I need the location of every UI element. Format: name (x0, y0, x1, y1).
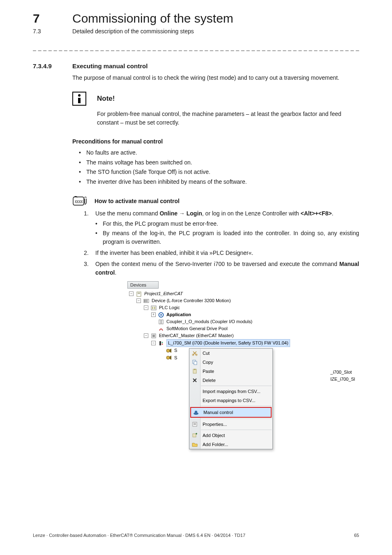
devices-screenshot: Devices − Project1_EtherCAT − Device (L-… (127, 281, 325, 361)
delete-icon (191, 377, 198, 384)
separator-rule: _ _ _ _ _ _ _ _ _ _ _ _ _ _ _ _ _ _ _ _ … (33, 44, 359, 51)
tree-child-a[interactable]: S (174, 347, 177, 354)
svg-rect-5 (144, 300, 145, 302)
softmotion-icon (158, 326, 164, 331)
tree-project[interactable]: Project1_EtherCAT (144, 290, 183, 297)
tree-toggle[interactable]: − (144, 305, 148, 310)
paste-icon (191, 368, 198, 375)
svg-point-19 (162, 343, 163, 345)
svg-rect-25 (194, 361, 197, 365)
tree-child-b[interactable]: S (174, 354, 177, 361)
copy-icon (191, 359, 198, 365)
list-item: The mains voltage has been switched on. (79, 158, 359, 168)
note-label: Note! (97, 95, 115, 103)
svg-text:XXXX: XXXX (75, 200, 83, 204)
menu-item-export-csv[interactable]: Export mappings to CSV... (189, 396, 272, 405)
tree-toggle[interactable]: − (136, 298, 141, 303)
svg-rect-8 (151, 306, 156, 310)
svg-rect-16 (152, 335, 155, 337)
menu-label: Properties... (203, 422, 227, 427)
menu-label: Manual control (203, 410, 233, 415)
menu-item-import-csv[interactable]: Import mappings from CSV... (189, 387, 272, 396)
tree-plc-logic[interactable]: PLC Logic (159, 304, 180, 311)
ecat-master-icon (151, 333, 157, 338)
step-item: If the inverter has been enabled, inhibi… (84, 249, 359, 257)
svg-rect-7 (147, 300, 148, 302)
device-icon (143, 298, 149, 303)
menu-label: Add Folder... (203, 442, 228, 447)
cut-icon (191, 350, 198, 356)
svg-rect-1 (137, 292, 141, 296)
chapter-title: Commissioning of the system (72, 12, 233, 25)
step-text: . (332, 210, 333, 217)
obscured-labels: _i700_Slot IZE_i700_Sl (330, 369, 355, 383)
menu-item-manual-control[interactable]: Manual control (190, 407, 272, 418)
tree-toggle[interactable]: − (129, 291, 134, 296)
svg-point-20 (166, 349, 170, 352)
substep-item: By means of the log-in, the PLC program … (95, 229, 359, 246)
tree-toggle[interactable]: + (151, 312, 156, 317)
tree-coupler[interactable]: Coupler_I_O_moduls (Coupler I/O moduls) (166, 318, 252, 325)
list-item: The STO function (Safe Torque Off) is no… (79, 167, 359, 177)
svg-point-18 (162, 342, 163, 343)
info-icon (72, 92, 86, 106)
menu-item-paste[interactable]: Paste (189, 367, 272, 376)
menu-item-properties[interactable]: Properties... (189, 420, 272, 429)
tree-device[interactable]: Device (L-force Controller 3200 Motion) (152, 297, 231, 304)
tree-application[interactable]: Application (166, 311, 191, 318)
devices-panel-title: Devices (127, 281, 159, 289)
properties-icon (191, 421, 198, 428)
step-text: Use the menu command (95, 210, 159, 217)
menu-command: Online → Login (159, 210, 202, 217)
project-icon (136, 291, 142, 296)
tree-i700-selected[interactable]: L_i700_SM (i700 (Double Inverter, Safety… (166, 339, 290, 347)
menu-label: Import mappings from CSV... (203, 389, 261, 394)
section-number: 7.3 (33, 28, 72, 35)
step-item: Use the menu command Online → Login, or … (84, 209, 359, 246)
menu-label: Add Object (203, 433, 225, 438)
svg-rect-17 (159, 341, 161, 345)
step-text: , or log in on the Lenze Controller with (202, 210, 301, 217)
truncated-label: IZE_i700_Sl (330, 376, 355, 383)
substep-item: For this, the PLC program must be error-… (95, 220, 359, 228)
menu-item-add-folder[interactable]: Add Folder... (189, 440, 272, 449)
svg-point-12 (160, 314, 162, 316)
intro-paragraph: The purpose of manual control is to chec… (72, 74, 359, 82)
menu-item-copy[interactable]: Copy (189, 358, 272, 367)
coupler-icon (158, 319, 164, 324)
application-icon (158, 312, 164, 317)
svg-rect-6 (145, 300, 146, 302)
preconditions-heading: Preconditions for manual control (72, 138, 359, 145)
menu-label: Cut (203, 351, 210, 356)
tree-softmotion[interactable]: SoftMotion General Drive Pool (166, 325, 228, 332)
menu-item-cut[interactable]: Cut (189, 349, 272, 358)
step-item: Open the context menu of the Servo-Inver… (84, 260, 359, 277)
step-text: Open the context menu of the Servo-Inver… (95, 261, 339, 267)
menu-item-delete[interactable]: Delete (189, 376, 272, 385)
menu-item-add-object[interactable]: Add Object (189, 431, 272, 440)
subsection-title: Executing manual control (72, 62, 148, 69)
svg-rect-31 (194, 424, 196, 425)
svg-rect-3 (138, 294, 140, 294)
drive-axis-icon (166, 348, 172, 353)
i700-icon (158, 341, 164, 346)
tree-toggle[interactable]: − (144, 333, 148, 338)
manual-control-icon (193, 409, 199, 416)
svg-rect-14 (161, 320, 163, 324)
tree-ecat-master[interactable]: EtherCAT_Master (EtherCAT Master) (159, 332, 234, 339)
svg-rect-13 (159, 320, 161, 324)
procedure-icon: XXXX (72, 196, 90, 206)
footer-text: Lenze · Controller-based Automation · Et… (33, 533, 245, 538)
svg-rect-32 (193, 434, 196, 437)
list-item: No faults are active. (79, 148, 359, 158)
howto-heading: How to activate manual control (95, 198, 180, 204)
svg-rect-2 (138, 293, 140, 293)
plc-logic-icon (151, 305, 157, 310)
subsection-number: 7.3.4.9 (33, 62, 72, 69)
page-number: 65 (354, 533, 359, 538)
drive-axis-icon (166, 355, 172, 360)
menu-label: Delete (203, 378, 216, 383)
tree-toggle[interactable]: − (151, 341, 156, 345)
add-folder-icon (191, 441, 198, 448)
context-menu: Cut Copy Paste Delete (189, 348, 273, 449)
